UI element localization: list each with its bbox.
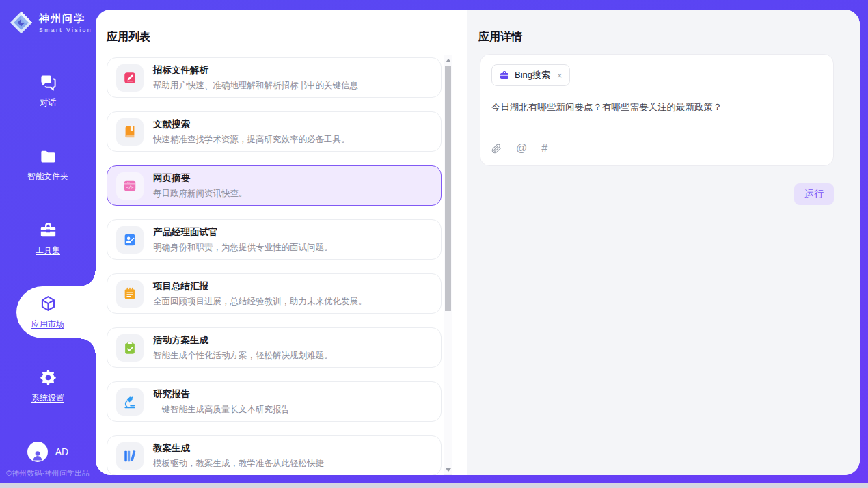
app-list-title: 应用列表 — [96, 10, 467, 44]
user-account[interactable]: AD — [0, 442, 96, 462]
app-list-scrollbar[interactable] — [444, 55, 452, 475]
books-icon — [122, 448, 137, 463]
hash-icon[interactable]: # — [541, 142, 547, 154]
avatar — [27, 442, 48, 462]
sidebar-item-chat[interactable]: 对话 — [0, 65, 96, 117]
briefcase-icon — [499, 70, 510, 81]
diamond-logo-icon — [9, 10, 33, 35]
person-icon — [31, 448, 44, 462]
app-list-panel: 应用列表 招标文件解析 帮助用户快速、准确地理解和解析招标书中的关键信息 文献搜… — [96, 10, 467, 475]
main-content: 应用列表 招标文件解析 帮助用户快速、准确地理解和解析招标书中的关键信息 文献搜… — [96, 10, 860, 475]
report-note-icon — [122, 286, 137, 301]
app-list-item-bid-document-analysis[interactable]: 招标文件解析 帮助用户快速、准确地理解和解析招标书中的关键信息 — [107, 57, 442, 98]
app-description: 快速精准查找学术资源，提高研究效率的必备工具。 — [153, 134, 350, 146]
app-name: 项目总结汇报 — [153, 280, 367, 293]
brand-subtitle: Smart Vision — [39, 27, 92, 33]
app-name: 产品经理面试官 — [153, 226, 333, 239]
app-description: 明确身份和职责，为您提供专业性的面试问题。 — [153, 242, 333, 254]
sidebar-item-label: 工具集 — [36, 245, 60, 256]
app-description: 全面回顾项目进展，总结经验教训，助力未来优化发展。 — [153, 296, 367, 308]
book-icon — [122, 124, 137, 139]
app-detail-title: 应用详情 — [467, 10, 860, 44]
app-list-item-research-report[interactable]: 研究报告 一键智能生成高质量长文本研究报告 — [107, 381, 442, 422]
app-detail-panel: 应用详情 Bing搜索 × 今日湖北有哪些新闻要点？有哪些需要关注的最新政策？ … — [467, 10, 860, 475]
tool-chip[interactable]: Bing搜索 × — [491, 64, 570, 86]
app-list-item-activity-plan[interactable]: 活动方案生成 智能生成个性化活动方案，轻松解决规划难题。 — [107, 327, 442, 368]
sidebar-item-label: 系统设置 — [31, 392, 64, 404]
chat-icon — [39, 73, 57, 92]
app-description: 每日政府新闻资讯快查。 — [153, 188, 247, 200]
app-window: 神州问学 Smart Vision 对话 智能文件夹 工具集 应用市场 系统设置 — [0, 0, 868, 488]
sidebar-item-settings[interactable]: 系统设置 — [0, 360, 96, 412]
app-name: 研究报告 — [153, 388, 290, 401]
paperclip-icon[interactable] — [491, 144, 502, 154]
app-name: 文献搜索 — [153, 118, 350, 131]
toolbox-icon — [39, 221, 57, 239]
sidebar-item-app-market[interactable]: 应用市场 — [0, 286, 96, 338]
sidebar-item-smart-folder[interactable]: 智能文件夹 — [0, 139, 96, 191]
app-list: 招标文件解析 帮助用户快速、准确地理解和解析招标书中的关键信息 文献搜索 快速精… — [107, 57, 442, 475]
scroll-up-icon[interactable] — [444, 55, 452, 65]
webpage-code-icon: </> — [122, 178, 137, 193]
prompt-input[interactable]: Bing搜索 × 今日湖北有哪些新闻要点？有哪些需要关注的最新政策？ @# — [480, 54, 834, 166]
tool-chip-label: Bing搜索 — [515, 69, 550, 81]
app-name: 教案生成 — [153, 442, 324, 455]
app-description: 模板驱动，教案生成，教学准备从此轻松快捷 — [153, 458, 324, 470]
close-icon[interactable]: × — [557, 70, 562, 81]
scroll-down-icon[interactable] — [444, 465, 452, 474]
sidebar-nav: 对话 智能文件夹 工具集 应用市场 系统设置 — [0, 65, 96, 434]
gear-icon — [39, 368, 57, 387]
cube-icon — [39, 295, 57, 313]
brand-name: 神州问学 — [39, 12, 92, 25]
microscope-icon — [122, 394, 137, 409]
clipboard-check-icon — [122, 340, 137, 355]
bottom-strip — [0, 483, 868, 488]
app-list-item-pm-interviewer[interactable]: 产品经理面试官 明确身份和职责，为您提供专业性的面试问题。 — [107, 219, 442, 260]
sidebar-item-toolset[interactable]: 工具集 — [0, 213, 96, 265]
app-list-item-webpage-summary[interactable]: </> 网页摘要 每日政府新闻资讯快查。 — [107, 165, 442, 206]
app-name: 网页摘要 — [153, 172, 247, 185]
sidebar-item-label: 应用市场 — [31, 318, 64, 330]
app-list-item-literature-search[interactable]: 文献搜索 快速精准查找学术资源，提高研究效率的必备工具。 — [107, 111, 442, 152]
at-icon[interactable]: @ — [516, 142, 527, 154]
sidebar-item-label: 智能文件夹 — [27, 171, 68, 182]
copyright-text: ©神州数码·神州问学出品 — [0, 468, 96, 478]
app-description: 一键智能生成高质量长文本研究报告 — [153, 404, 290, 416]
app-name: 招标文件解析 — [153, 64, 358, 77]
svg-text:</>: </> — [126, 185, 133, 189]
user-initials: AD — [55, 446, 68, 457]
run-button[interactable]: 运行 — [794, 183, 834, 205]
folder-icon — [39, 147, 57, 165]
sidebar-item-label: 对话 — [40, 97, 56, 109]
sidebar: 神州问学 Smart Vision 对话 智能文件夹 工具集 应用市场 系统设置 — [0, 0, 96, 483]
attachment-toolbar: @# — [491, 142, 822, 154]
prompt-text[interactable]: 今日湖北有哪些新闻要点？有哪些需要关注的最新政策？ — [491, 101, 822, 113]
app-list-item-lesson-plan[interactable]: 教案生成 模板驱动，教案生成，教学准备从此轻松快捷 — [107, 435, 442, 475]
bid-document-icon — [122, 70, 137, 85]
interview-icon — [122, 232, 137, 247]
app-description: 智能生成个性化活动方案，轻松解决规划难题。 — [153, 350, 333, 362]
app-name: 活动方案生成 — [153, 334, 333, 347]
app-description: 帮助用户快速、准确地理解和解析招标书中的关键信息 — [153, 80, 358, 92]
app-list-item-project-summary-report[interactable]: 项目总结汇报 全面回顾项目进展，总结经验教训，助力未来优化发展。 — [107, 273, 442, 314]
brand-logo: 神州问学 Smart Vision — [0, 0, 96, 35]
scrollbar-thumb[interactable] — [445, 66, 451, 311]
